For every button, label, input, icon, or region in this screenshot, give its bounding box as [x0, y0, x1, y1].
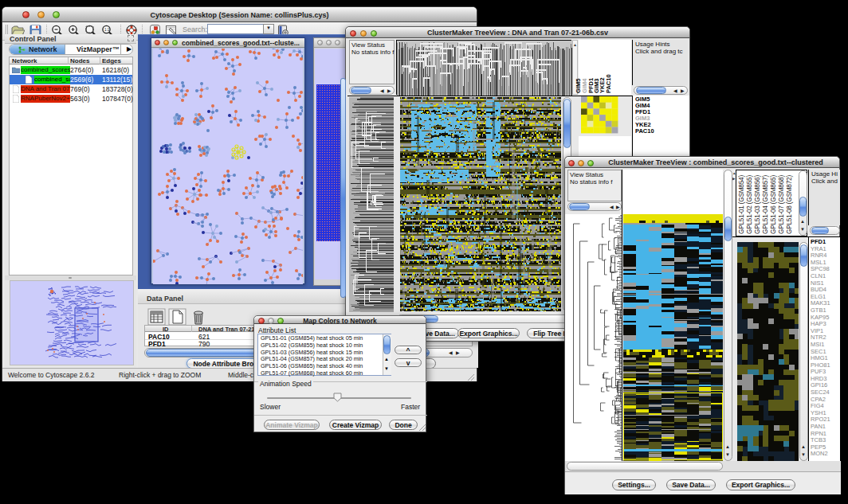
svg-text:1:1: 1:1: [104, 28, 110, 32]
